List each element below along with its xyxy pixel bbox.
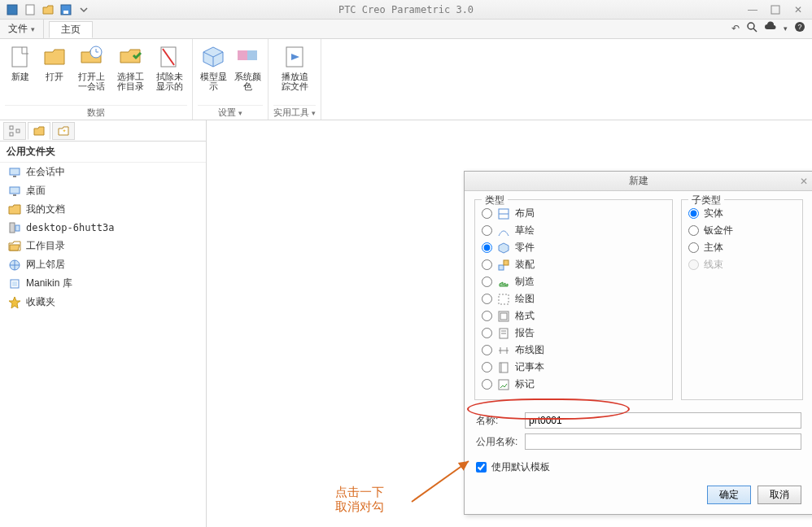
sidebar-item-label: 桌面 [26,184,46,198]
common-name-input[interactable] [525,433,801,450]
cancel-button[interactable]: 取消 [757,486,801,504]
close-icon[interactable]: ✕ [800,176,808,187]
type-label: 装配 [515,258,535,272]
arrow-icon[interactable]: ↶ [731,23,740,34]
type-part[interactable]: 零件 [482,239,666,256]
type-label: 绘图 [515,292,535,306]
qat-save-icon[interactable] [59,2,73,17]
svg-rect-35 [499,294,509,304]
type-format[interactable]: 格式 [482,307,666,324]
maximize-icon[interactable] [766,3,784,16]
svg-rect-9 [12,47,27,67]
type-label: 草绘 [515,224,535,237]
type-notebook[interactable]: 记事本 [482,359,666,376]
drawing-icon [497,293,510,306]
open-last-button[interactable]: 打开上一会话 [73,42,109,93]
name-input[interactable] [525,412,801,429]
minimize-icon[interactable]: — [744,3,762,16]
svg-marker-30 [9,297,20,308]
sidebar-item-label: desktop-6hutt3a [26,222,114,233]
new-button[interactable]: 新建 [5,42,36,93]
cloud-icon[interactable] [764,21,777,35]
open-button[interactable]: 打开 [39,42,70,93]
sketch-icon [497,224,510,237]
template-checkbox-row[interactable]: 使用默认模板 [465,455,812,479]
svg-rect-46 [499,380,509,390]
new-doc-icon [7,44,33,70]
qat-new-icon[interactable] [23,2,37,17]
dropdown-small-icon[interactable]: ▾ [784,24,788,33]
svg-rect-1 [26,5,34,15]
svg-line-47 [412,461,469,502]
qat-dropdown-icon[interactable] [76,2,91,17]
type-report[interactable]: 报告 [482,324,666,342]
dialog-buttons: 确定 取消 [465,479,812,514]
erase-button[interactable]: 拭除未显示的 [151,42,187,93]
type-manufacturing[interactable]: 制造 [482,273,666,290]
type-assembly[interactable]: 装配 [482,256,666,273]
subtype-solid[interactable]: 实体 [688,205,796,222]
subtype-bulk[interactable]: 主体 [688,239,796,256]
sidebar-item-computer[interactable]: desktop-6hutt3a [0,219,206,237]
folder-icon [8,203,21,216]
system-color-label: 系统颜色 [234,72,261,91]
erase-icon [156,44,182,70]
close-icon[interactable]: ✕ [789,3,807,16]
notebook-icon [497,361,510,374]
svg-rect-17 [10,126,13,129]
monitor-icon [8,166,21,179]
sidebar-tab-tree-icon[interactable] [3,122,26,140]
type-label: 制造 [515,275,535,289]
sidebar-item-label: 我的文档 [26,203,65,216]
sidebar: 公用文件夹 在会话中 桌面 我的文档 desktop-6hutt3a 工作目录 … [0,120,207,527]
network-icon [8,259,21,272]
svg-rect-21 [10,168,20,175]
svg-rect-14 [247,50,257,60]
qat-app-icon[interactable] [5,2,20,17]
search-icon[interactable] [746,21,757,35]
ribbon-group-tools: 播放追踪文件 实用工具 ▾ [268,39,321,120]
open-label: 打开 [46,72,63,81]
annotation-line1: 点击一下 [335,485,384,499]
type-sketch[interactable]: 草绘 [482,222,666,239]
file-label: 文件 [8,22,28,36]
menu-row: 文件▾ 主页 ↶ ▾ ? [0,20,812,39]
svg-rect-37 [500,313,507,320]
type-diagram[interactable]: 布线图 [482,342,666,359]
system-color-button[interactable]: 系统颜色 [232,42,263,93]
select-workdir-button[interactable]: 选择工作目录 [112,42,148,93]
type-markup[interactable]: 标记 [482,376,666,393]
type-drawing[interactable]: 绘图 [482,290,666,307]
erase-label: 拭除未显示的 [153,72,186,91]
sidebar-tab-star-icon[interactable] [52,122,75,140]
tab-home[interactable]: 主页 [49,21,93,38]
model-display-button[interactable]: 模型显示 [198,42,229,93]
new-dialog: 新建 ✕ 类型 布局 草绘 零件 装配 制造 绘图 格式 报告 布线图 记事本 … [464,171,812,515]
subtype-sheetmetal[interactable]: 钣金件 [688,222,796,239]
layout-icon [497,207,510,220]
play-trace-button[interactable]: 播放追踪文件 [277,42,312,93]
svg-rect-18 [10,133,13,136]
sidebar-item-manikin[interactable]: Manikin 库 [0,274,206,293]
window-buttons: — ✕ [744,3,807,16]
subtype-label: 钣金件 [704,224,733,237]
sidebar-item-favorites[interactable]: 收藏夹 [0,293,206,311]
file-menu[interactable]: 文件▾ [0,20,44,38]
type-layout[interactable]: 布局 [482,205,666,222]
play-trace-label: 播放追踪文件 [278,72,311,91]
qat-open-icon[interactable] [41,2,55,17]
type-label: 标记 [515,377,535,391]
help-icon[interactable]: ? [794,21,805,35]
ok-button[interactable]: 确定 [707,486,751,504]
sidebar-item-workdir[interactable]: 工作目录 [0,237,206,255]
type-label: 零件 [515,241,535,255]
sidebar-item-documents[interactable]: 我的文档 [0,200,206,219]
sidebar-tab-folder-icon[interactable] [28,122,50,140]
open-last-label: 打开上一会话 [75,72,107,91]
sidebar-item-session[interactable]: 在会话中 [0,163,206,181]
type-label: 格式 [515,309,535,323]
sidebar-item-desktop[interactable]: 桌面 [0,181,206,200]
use-template-checkbox[interactable] [476,462,487,473]
svg-rect-23 [10,187,20,194]
sidebar-item-network[interactable]: 网上邻居 [0,255,206,274]
